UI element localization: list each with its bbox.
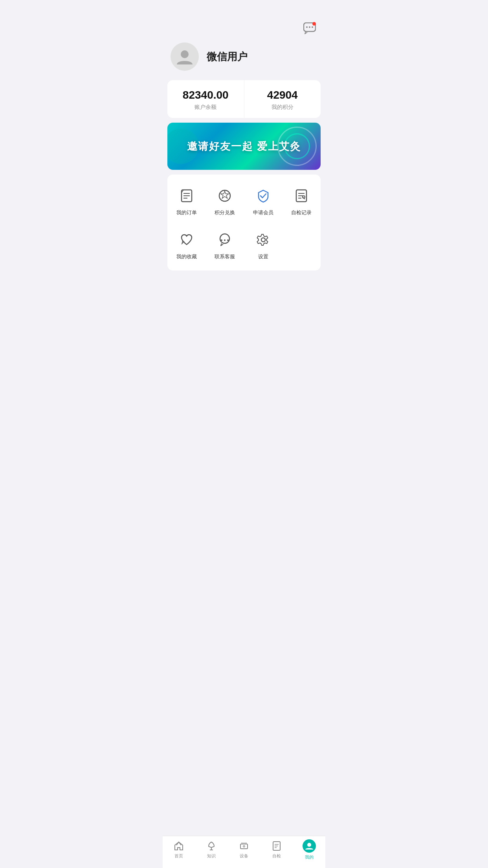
balance-value: 82340.00 (174, 89, 238, 101)
avatar[interactable] (171, 42, 199, 71)
points-card[interactable]: 42904 我的积分 (244, 80, 321, 118)
points-value: 42904 (251, 89, 315, 101)
home-icon (173, 840, 184, 851)
svg-point-16 (221, 239, 222, 241)
menu-item-favorites[interactable]: 我的收藏 (167, 223, 206, 267)
svg-point-18 (227, 239, 229, 241)
member-label: 申请会员 (253, 209, 273, 216)
menu-item-empty (283, 223, 321, 267)
member-icon (254, 186, 273, 205)
menu-section: 我的订单 积分兑换 申请会员 (167, 175, 321, 270)
mine-nav-label: 我的 (305, 854, 314, 860)
settings-icon (254, 230, 273, 249)
svg-point-31 (307, 843, 311, 847)
knowledge-nav-label: 知识 (207, 853, 216, 859)
order-icon (177, 186, 196, 205)
username: 微信用户 (207, 50, 248, 64)
message-button[interactable] (302, 20, 317, 36)
selfcheck-nav-label: 自检 (272, 853, 281, 859)
favorites-label: 我的收藏 (176, 253, 197, 260)
balance-label: 账户余额 (174, 104, 238, 111)
svg-point-2 (309, 26, 310, 28)
notification-dot (312, 22, 316, 26)
user-avatar-icon (176, 48, 193, 65)
nav-item-device[interactable]: 设备 (232, 840, 256, 859)
banner-section[interactable]: 邀请好友一起 爱上艾灸 (167, 123, 321, 170)
nav-item-mine[interactable]: 我的 (297, 839, 321, 860)
profile-section: 微信用户 (163, 36, 325, 80)
svg-point-1 (306, 26, 308, 28)
mine-avatar-icon (305, 842, 314, 850)
service-label: 联系客服 (215, 253, 235, 260)
menu-item-selfcheck[interactable]: 自检记录 (283, 178, 321, 223)
device-nav-label: 设备 (240, 853, 248, 859)
menu-item-settings[interactable]: 设置 (244, 223, 283, 267)
menu-row-1: 我的订单 积分兑换 申请会员 (167, 178, 321, 223)
menu-item-points[interactable]: 积分兑换 (206, 178, 244, 223)
stats-section: 82340.00 账户余额 42904 我的积分 (167, 80, 321, 118)
points-label: 我的积分 (251, 104, 315, 111)
nav-item-selfcheck[interactable]: 自检 (265, 840, 288, 859)
svg-point-14 (303, 196, 305, 198)
selfcheck-record-icon (292, 186, 311, 205)
menu-item-member[interactable]: 申请会员 (244, 178, 283, 223)
svg-point-3 (312, 26, 313, 28)
bottom-nav: 首页 知识 设备 (163, 836, 325, 868)
menu-item-orders[interactable]: 我的订单 (167, 178, 206, 223)
banner-background: 邀请好友一起 爱上艾灸 (167, 123, 321, 170)
svg-point-17 (224, 239, 226, 241)
svg-point-26 (243, 846, 245, 847)
balance-card[interactable]: 82340.00 账户余额 (167, 80, 244, 118)
orders-label: 我的订单 (176, 209, 197, 216)
knowledge-icon (206, 840, 217, 851)
svg-point-4 (181, 50, 189, 58)
selfcheck-record-label: 自检记录 (291, 209, 312, 216)
top-bar (163, 17, 325, 36)
menu-row-2: 我的收藏 联系客服 设置 (167, 223, 321, 267)
points-icon (215, 186, 234, 205)
svg-point-19 (261, 238, 265, 242)
favorites-icon (177, 230, 196, 249)
svg-point-15 (220, 234, 229, 243)
svg-rect-22 (240, 844, 248, 849)
device-icon (238, 840, 250, 851)
empty-content-area (163, 275, 325, 354)
selfcheck-nav-icon (271, 840, 282, 851)
menu-item-service[interactable]: 联系客服 (206, 223, 244, 267)
points-exchange-label: 积分兑换 (215, 209, 235, 216)
nav-item-home[interactable]: 首页 (167, 840, 191, 859)
mine-avatar-circle (303, 839, 316, 853)
home-nav-label: 首页 (174, 853, 183, 859)
settings-label: 设置 (258, 253, 268, 260)
service-icon (215, 230, 234, 249)
status-bar (163, 0, 325, 17)
banner-text: 邀请好友一起 爱上艾灸 (187, 140, 301, 153)
nav-item-knowledge[interactable]: 知识 (200, 840, 223, 859)
